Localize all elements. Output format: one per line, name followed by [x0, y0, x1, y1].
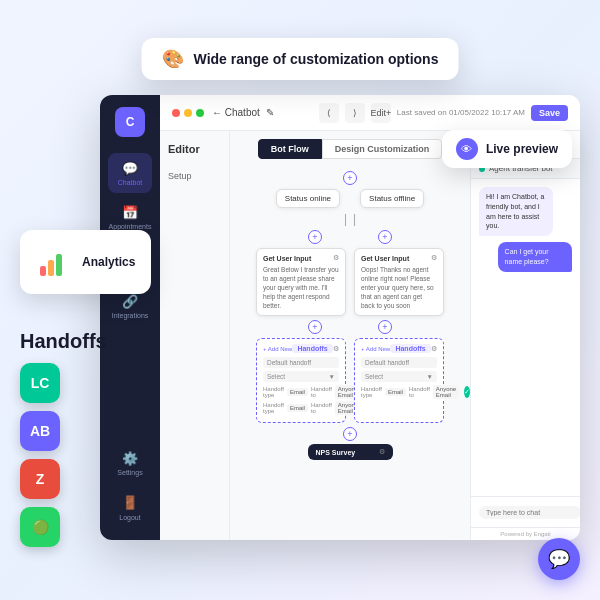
preview-panel: Preview Agent transfer bot Hi! I am Chat…	[470, 131, 580, 540]
handoff-add-1[interactable]: + Add New	[263, 346, 292, 352]
sidebar-settings-label: Settings	[117, 469, 142, 477]
handoff-type-row-1b: Handoff type Email Handoff to Anyone Ema…	[263, 401, 339, 415]
plus-bottom[interactable]: +	[343, 427, 357, 441]
tab-bot-flow[interactable]: Bot Flow	[258, 139, 322, 159]
redo-button[interactable]: ⟩	[345, 103, 365, 123]
dot-close	[172, 109, 180, 117]
preview-chat-input[interactable]	[479, 506, 580, 519]
handoff-select-1[interactable]: Select ▼	[263, 371, 339, 382]
handoff-type-select-1[interactable]: Email	[287, 388, 308, 396]
float-chat-button[interactable]: 💬	[538, 538, 580, 580]
integrations-icon: 🔗	[121, 292, 139, 310]
dot-maximize	[196, 109, 204, 117]
editor-area: Editor Setup Bot Flow Design Customizati…	[160, 131, 580, 540]
sidebar-logout-label: Logout	[119, 514, 140, 522]
editor-sidebar: Editor Setup	[160, 131, 230, 540]
handoff-icon-w: 🟢	[20, 507, 60, 547]
plus-right-2[interactable]: +	[378, 320, 392, 334]
plus-right-1[interactable]: +	[378, 230, 392, 244]
plus-row-1: + +	[238, 230, 462, 244]
input-header-1: Get User Input ⚙	[263, 254, 339, 262]
logout-icon: 🚪	[121, 494, 139, 512]
undo-button[interactable]: ⟨	[319, 103, 339, 123]
handoff-type-label-2: Handoff type	[361, 386, 382, 398]
handoff-default-2: Default handoff	[361, 357, 437, 368]
default-label-2: Default handoff	[365, 359, 409, 366]
handoff-add-2[interactable]: + Add New	[361, 346, 390, 352]
plus-left-1[interactable]: +	[308, 230, 322, 244]
nps-node: NPS Survey ⚙	[308, 444, 393, 460]
appointments-icon: 📅	[121, 203, 139, 221]
sidebar: C 💬 Chatbot 📅 Appointments 📊 Analytics 🔗…	[100, 95, 160, 540]
live-preview-badge: 👁 Live preview	[442, 130, 572, 168]
topbar: ← Chatbot ✎ ⟨ ⟩ Edit+ Last saved on 01/0…	[160, 95, 580, 131]
editor-setup-item[interactable]: Setup	[168, 167, 221, 185]
handoff-icon-z: Z	[20, 459, 60, 499]
plus-row-3: +	[238, 427, 462, 441]
input-header-2: Get User Input ⚙	[361, 254, 437, 262]
handoff-node-2: + Add New Handoffs ⚙ Default handoff Sel…	[354, 338, 444, 423]
edit-icon[interactable]: ✎	[266, 107, 274, 118]
status-online-node: Status online	[276, 189, 340, 208]
connector-right-1	[354, 214, 355, 226]
live-preview-label: Live preview	[486, 142, 558, 156]
sidebar-item-logout[interactable]: 🚪 Logout	[108, 488, 152, 528]
default-label-1: Default handoff	[267, 359, 311, 366]
handoff-icon-lc: LC	[20, 363, 60, 403]
sidebar-item-settings[interactable]: ⚙️ Settings	[108, 443, 152, 483]
handoff-label-1: Handoffs	[292, 344, 332, 353]
scale-button[interactable]: Edit+	[371, 103, 391, 123]
flow-area: Bot Flow Design Customization + Status o…	[230, 131, 470, 540]
handoff-type-label-1: Handoff type	[263, 386, 284, 398]
input-text-1: Great Below I transfer you to an agent p…	[263, 265, 339, 310]
input-gear-2[interactable]: ⚙	[431, 254, 437, 262]
input-gear-1[interactable]: ⚙	[333, 254, 339, 262]
chat-bubble-user-1: Can I get your name please?	[498, 242, 572, 272]
flow-diagram: + Status online Status offline	[230, 167, 470, 468]
back-arrow[interactable]: ← Chatbot	[212, 107, 260, 118]
main-container: 🎨 Wide range of customization options 👁 …	[0, 0, 600, 600]
handoff-select-2[interactable]: Select ▼	[361, 371, 437, 382]
tooltip-text: Wide range of customization options	[194, 51, 439, 67]
input-text-2: Oops! Thanks no agent online right now! …	[361, 265, 437, 310]
sidebar-integrations-label: Integrations	[112, 312, 149, 320]
sidebar-item-chatbot[interactable]: 💬 Chatbot	[108, 153, 152, 193]
handoff-type-label-1b: Handoff type	[263, 402, 284, 414]
window-dots	[172, 109, 204, 117]
nps-row: NPS Survey ⚙	[238, 444, 462, 460]
handoffs-title: Handoffs	[20, 330, 107, 353]
flow-tabs: Bot Flow Design Customization	[230, 131, 470, 167]
handoff-to-select-2[interactable]: Anyone Email	[433, 385, 459, 399]
tooltip-banner: 🎨 Wide range of customization options	[142, 38, 459, 80]
handoff-node-1: + Add New Handoffs ⚙ Default handoff Sel…	[256, 338, 346, 423]
connector-left-1	[345, 214, 346, 226]
bar-1	[40, 266, 46, 276]
editor-title: Editor	[168, 143, 221, 155]
analytics-card: Analytics	[20, 230, 151, 294]
settings-icon: ⚙️	[121, 449, 139, 467]
tab-design[interactable]: Design Customization	[322, 139, 443, 159]
handoff-gear-2[interactable]: ⚙	[431, 345, 437, 353]
chatbot-icon: 💬	[121, 159, 139, 177]
select-arrow-1: ▼	[329, 373, 335, 380]
handoff-type-select-1b[interactable]: Email	[287, 404, 308, 412]
handoff-nodes-row: + Add New Handoffs ⚙ Default handoff Sel…	[238, 338, 462, 423]
plus-left-2[interactable]: +	[308, 320, 322, 334]
handoffs-card: Handoffs LC AB Z 🟢	[20, 330, 107, 547]
save-status: Last saved on 01/05/2022 10:17 AM	[397, 108, 525, 117]
handoff-to-label-1b: Handoff to	[311, 402, 332, 414]
line-v-2	[354, 214, 355, 226]
nps-gear[interactable]: ⚙	[379, 448, 385, 456]
handoff-to-label-2: Handoff to	[409, 386, 430, 398]
tooltip-emoji: 🎨	[162, 48, 184, 70]
save-button[interactable]: Save	[531, 105, 568, 121]
root-plus-button[interactable]: +	[343, 171, 357, 185]
eye-icon: 👁	[456, 138, 478, 160]
handoff-label-2: Handoffs	[390, 344, 430, 353]
sidebar-logo: C	[115, 107, 145, 137]
status-connectors	[238, 214, 462, 230]
handoff-to-label-1: Handoff to	[311, 386, 332, 398]
handoff-type-row-1: Handoff type Email Handoff to Anyone Ema…	[263, 385, 339, 399]
handoff-gear-1[interactable]: ⚙	[333, 345, 339, 353]
handoff-type-select-2[interactable]: Email	[385, 388, 406, 396]
